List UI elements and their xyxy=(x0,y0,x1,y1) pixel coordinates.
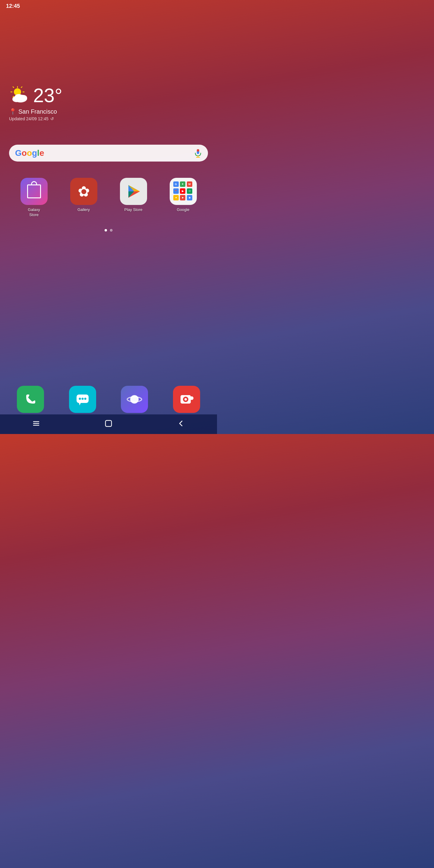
messages-icon xyxy=(69,386,96,413)
refresh-icon: ↺ xyxy=(50,116,54,121)
google-search-bar[interactable]: Google xyxy=(9,145,208,161)
app-play-store[interactable]: Play Store xyxy=(108,178,158,218)
svg-point-31 xyxy=(184,398,187,401)
location-pin-icon: 📍 xyxy=(9,108,17,115)
indicator-page-1 xyxy=(104,229,107,231)
weather-widget[interactable]: 23° 📍 San Francisco Updated 24/09 12:45 … xyxy=(9,84,208,121)
svg-rect-36 xyxy=(105,421,112,427)
dock-screen-recorder[interactable] xyxy=(161,386,213,413)
dock-messages[interactable] xyxy=(57,386,109,413)
google-logo: Google xyxy=(15,148,44,158)
svg-point-32 xyxy=(190,396,193,400)
play-store-icon xyxy=(120,178,147,205)
google-label: Google xyxy=(177,207,190,213)
weather-updated: Updated 24/09 12:45 ↺ xyxy=(9,116,208,121)
svg-point-25 xyxy=(84,398,86,400)
galaxy-store-label: GalaxyStore xyxy=(28,207,40,218)
dock-browser[interactable] xyxy=(108,386,161,413)
status-bar: 12:45 xyxy=(0,0,217,12)
microphone-icon[interactable] xyxy=(194,149,202,157)
svg-line-5 xyxy=(13,87,14,88)
svg-point-24 xyxy=(82,398,84,400)
google-apps-icon: G ✦ M 📍 ▶ ⬡ ★ ▶ ◉ xyxy=(170,178,197,205)
browser-icon xyxy=(121,386,148,413)
screen-recorder-icon xyxy=(173,386,200,413)
svg-rect-14 xyxy=(197,149,199,152)
app-grid: GalaxyStore ✿ Gallery xyxy=(9,178,208,218)
phone-icon xyxy=(17,386,44,413)
page-indicators xyxy=(0,229,217,231)
back-button[interactable] xyxy=(172,417,190,430)
weather-icon xyxy=(9,85,30,106)
galaxy-store-icon xyxy=(21,178,48,205)
dock xyxy=(4,386,213,413)
dock-phone[interactable] xyxy=(4,386,57,413)
gallery-label: Gallery xyxy=(78,207,90,213)
navigation-bar xyxy=(0,414,217,434)
recents-button[interactable] xyxy=(27,417,45,430)
svg-line-7 xyxy=(21,87,22,88)
app-google[interactable]: G ✦ M 📍 ▶ ⬡ ★ ▶ ◉ Google xyxy=(158,178,208,218)
indicator-page-2 xyxy=(110,229,113,231)
svg-point-27 xyxy=(130,395,138,404)
svg-point-23 xyxy=(79,398,81,400)
svg-point-12 xyxy=(20,95,27,101)
weather-temperature: 23° xyxy=(33,84,62,107)
app-gallery[interactable]: ✿ Gallery xyxy=(59,178,108,218)
play-store-label: Play Store xyxy=(124,207,143,213)
status-time: 12:45 xyxy=(6,3,20,9)
gallery-icon: ✿ xyxy=(70,178,97,205)
home-button[interactable] xyxy=(99,417,118,430)
svg-marker-26 xyxy=(79,403,81,405)
bag-icon xyxy=(27,184,41,198)
app-galaxy-store[interactable]: GalaxyStore xyxy=(9,178,59,218)
weather-location: 📍 San Francisco xyxy=(9,108,208,115)
